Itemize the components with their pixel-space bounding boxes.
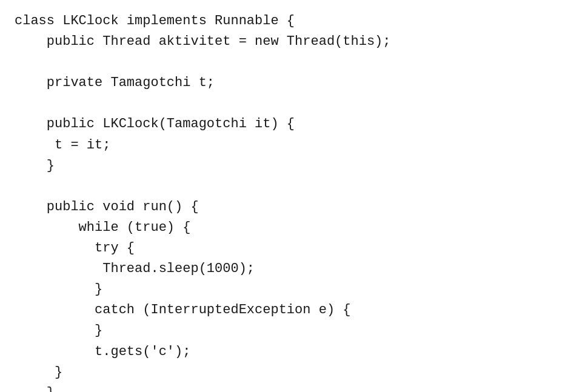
code-line: public LKClock(Tamagotchi it) { <box>15 114 567 135</box>
code-line: } <box>15 279 567 300</box>
code-line: t.gets('c'); <box>15 342 567 362</box>
code-line: } <box>15 321 567 341</box>
code-line: } <box>15 383 567 392</box>
code-block: class LKClock implements Runnable { publ… <box>0 0 582 392</box>
code-line: Thread.sleep(1000); <box>15 259 567 279</box>
code-line: class LKClock implements Runnable { <box>15 11 567 32</box>
code-line: public Thread aktivitet = new Thread(thi… <box>15 32 567 52</box>
code-line: public void run() { <box>15 197 567 218</box>
code-line: private Tamagotchi t; <box>15 73 567 93</box>
code-line: } <box>15 362 567 383</box>
code-line <box>15 93 567 114</box>
code-line: try { <box>15 238 567 259</box>
code-line: t = it; <box>15 135 567 156</box>
code-line: } <box>15 156 567 176</box>
code-line: while (true) { <box>15 218 567 238</box>
code-line <box>15 52 567 73</box>
code-line: catch (InterruptedException e) { <box>15 300 567 321</box>
code-line <box>15 176 567 197</box>
